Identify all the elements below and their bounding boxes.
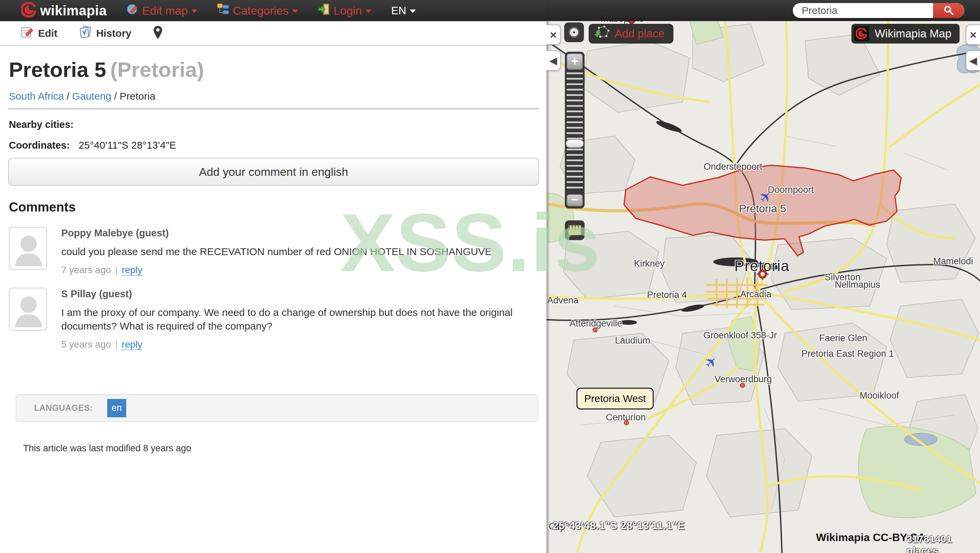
languages-label: LANGUAGES:	[34, 403, 93, 413]
close-icon: ×	[550, 28, 557, 41]
zoom-in-button[interactable]: +	[566, 53, 583, 70]
menu-edit-map[interactable]: Edit map	[127, 3, 197, 18]
reply-link[interactable]: reply	[122, 265, 143, 276]
breadcrumb-link-province[interactable]: Gauteng	[72, 91, 111, 102]
menu-categories-label: Categories	[233, 4, 288, 17]
town-dot-marker	[624, 420, 629, 426]
add-place-button[interactable]: Add place	[589, 24, 673, 43]
map-label: Kirkney	[634, 259, 665, 269]
avatar	[9, 288, 47, 331]
wikimapia-brand[interactable]: wikimapia	[21, 2, 107, 19]
comment-item: S Pillay (guest) I am the proxy of our c…	[9, 288, 539, 350]
map-type-label: Wikimapia Map	[875, 27, 951, 40]
edit-button[interactable]: Edit	[21, 26, 57, 41]
chevron-left-icon: ◀	[969, 55, 977, 66]
breadcrumb-link-country[interactable]: South Africa	[9, 91, 64, 102]
meta-separator: |	[115, 339, 118, 350]
language-badge-en[interactable]: en	[107, 399, 126, 417]
comment-author: Poppy Malebye (guest)	[61, 227, 492, 239]
top-navbar: wikimapia Edit map Categories	[0, 0, 980, 21]
places-count: 31781401 places	[907, 533, 980, 553]
menu-login[interactable]: Login	[318, 3, 371, 18]
map-label: Onderstepoort	[704, 162, 762, 172]
map-pin-icon	[153, 25, 163, 41]
geolocate-button[interactable]	[564, 22, 584, 42]
comment-text: I am the proxy of our company. We need t…	[61, 306, 539, 333]
chevron-left-icon: ◀	[550, 55, 557, 66]
collapse-right-tab[interactable]: ◀	[966, 50, 980, 71]
article-content: Pretoria 5(Pretoria) South Africa/Gauten…	[0, 57, 546, 454]
locate-on-map-button[interactable]	[153, 25, 163, 41]
search-button[interactable]	[933, 3, 964, 18]
coordinates-label: Coordinates:	[9, 140, 70, 151]
comment-author: S Pillay (guest)	[61, 288, 539, 300]
map-label: Faerie Glen	[819, 333, 867, 343]
last-modified-note: This article was last modified 8 years a…	[23, 443, 539, 454]
measure-tool-button[interactable]	[565, 220, 585, 240]
add-place-label: Add place	[614, 27, 665, 40]
languages-box: LANGUAGES: en	[16, 394, 538, 422]
edit-map-icon	[127, 3, 139, 18]
login-icon	[318, 3, 330, 18]
town-dot-marker	[740, 383, 745, 388]
map-label: Nellmapius	[835, 280, 880, 290]
breadcrumb-separator: /	[114, 91, 117, 102]
comment-meta: 7 years ago|reply	[61, 265, 492, 275]
history-button-label: History	[96, 27, 131, 39]
categories-icon	[217, 3, 229, 18]
map-label: Mooikloof	[859, 391, 899, 401]
zoom-slider-track[interactable]	[566, 72, 583, 192]
comment-text: could you please send me the RECEVATION …	[61, 245, 492, 259]
collapse-panel-tab[interactable]: ◀	[546, 50, 561, 71]
add-comment-button[interactable]: Add your comment in english	[8, 158, 539, 186]
language-selector[interactable]: EN	[391, 5, 416, 17]
brand-title: wikimapia	[40, 3, 107, 18]
map-type-button[interactable]: Wikimapia Map	[851, 24, 959, 43]
page-title-suffix: (Pretoria)	[110, 58, 204, 81]
map-label: Groenkloof 358-Jr	[703, 330, 777, 341]
chevron-down-icon	[410, 10, 416, 13]
zoom-control: + −	[565, 52, 585, 208]
town-dot-marker	[593, 327, 598, 333]
menu-categories[interactable]: Categories	[217, 3, 298, 18]
map-label: Doornpoort	[768, 185, 814, 195]
add-place-icon	[594, 25, 610, 42]
place-tooltip: Pretoria West	[576, 388, 654, 410]
meta-separator: |	[115, 265, 118, 275]
search-box	[793, 3, 964, 18]
language-selector-label: EN	[391, 5, 406, 17]
map-label: Arcadia	[740, 289, 772, 300]
article-panel: Edit History Pretoria 5(Pretoria)	[0, 21, 546, 553]
comment-meta: 5 years ago|reply	[61, 339, 539, 350]
chevron-down-icon	[191, 10, 197, 13]
reply-link[interactable]: reply	[122, 339, 143, 350]
history-button[interactable]: History	[79, 26, 131, 41]
map-label: Pretoria East Region 1	[801, 349, 894, 359]
map-panel: Mabopane Onderstepoort Doornpoort Pretor…	[546, 0, 980, 553]
city-center-marker-icon	[757, 269, 768, 281]
coordinates-row: Coordinates: 25°40'11"S 28°13'4"E	[9, 140, 539, 151]
menu-login-label: Login	[334, 4, 362, 17]
breadcrumb-separator: /	[67, 91, 69, 102]
history-icon	[79, 26, 92, 41]
map-label: Pretoria 4	[647, 290, 687, 300]
search-input[interactable]	[793, 3, 933, 18]
article-toolbar: Edit History	[0, 21, 546, 46]
map-label: Laudium	[615, 335, 650, 346]
map-label: Mamelodi	[933, 256, 973, 267]
chevron-down-icon	[292, 10, 298, 13]
nearby-cities-row: Nearby cities:	[9, 119, 539, 130]
comment-timestamp: 7 years ago	[61, 265, 111, 275]
zoom-slider-handle[interactable]	[566, 139, 584, 148]
zoom-out-button[interactable]: −	[566, 194, 583, 207]
edit-icon	[21, 26, 34, 41]
geolocate-icon	[570, 28, 578, 37]
ruler-icon	[568, 225, 582, 236]
breadcrumb-current: Pretoria	[120, 91, 156, 102]
search-icon	[943, 5, 954, 16]
close-maptype-tab[interactable]: ×	[966, 24, 980, 45]
close-panel-tab[interactable]: ×	[546, 24, 561, 45]
page-title-main: Pretoria 5	[9, 58, 106, 81]
divider	[8, 108, 539, 110]
edit-button-label: Edit	[38, 27, 57, 39]
